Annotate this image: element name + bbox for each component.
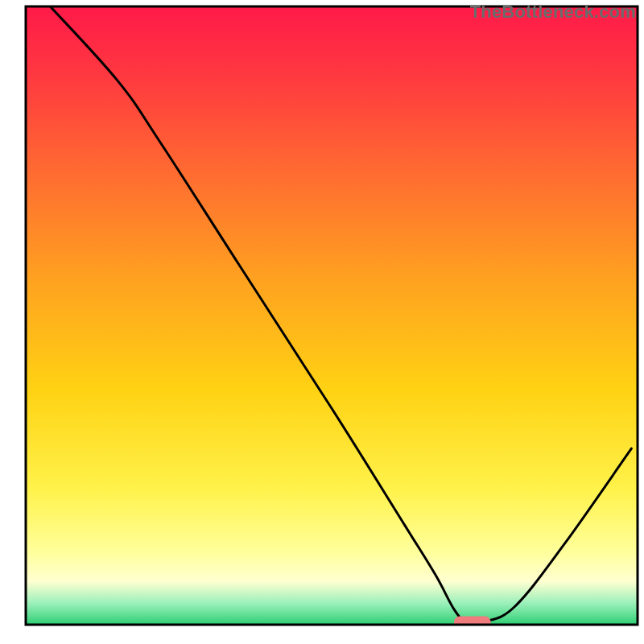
chart-container: TheBottleneck.com <box>0 0 644 644</box>
bottleneck-chart <box>0 0 644 644</box>
watermark-text: TheBottleneck.com <box>470 2 636 23</box>
svg-rect-1 <box>26 6 638 625</box>
